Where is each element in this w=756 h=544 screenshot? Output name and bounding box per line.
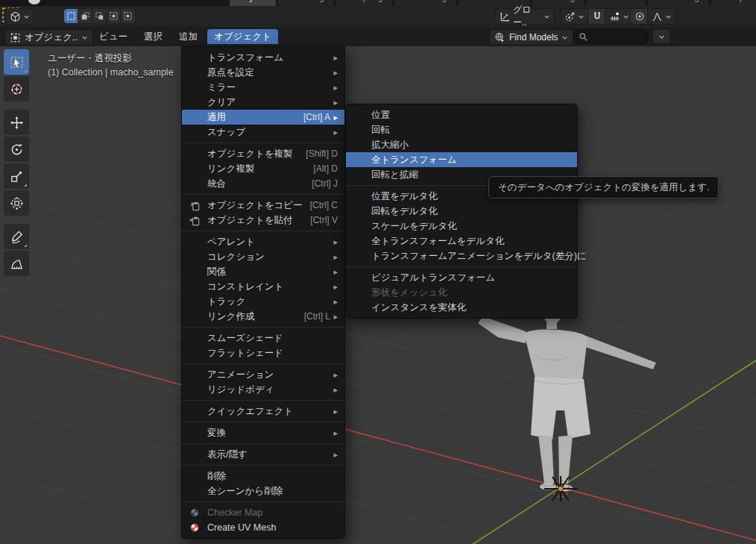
- menu-item[interactable]: 統合[Ctrl] J: [182, 176, 344, 191]
- workspace-tab[interactable]: Modeling: [278, 0, 334, 6]
- find-models-dropdown[interactable]: Find Models: [489, 29, 573, 46]
- menu-item[interactable]: リンク作成[Ctrl] L▸: [182, 309, 344, 324]
- tool-measure-button[interactable]: [4, 251, 29, 276]
- submenu-arrow-icon: ▸: [332, 53, 338, 63]
- menu-item[interactable]: ペアレント▸: [182, 234, 344, 249]
- workspace-tab[interactable]: Sculpting: [336, 0, 392, 6]
- select-mode-new-button[interactable]: [64, 9, 78, 23]
- blender-logo[interactable]: [28, 0, 40, 4]
- chevron-down-icon: [578, 13, 585, 20]
- search-expand-button[interactable]: [652, 29, 670, 44]
- tool-select-box-button[interactable]: [4, 49, 29, 75]
- mode-dropdown[interactable]: オブジェク..: [4, 29, 93, 46]
- menu-item[interactable]: コレクション▸: [182, 249, 344, 264]
- menu-item[interactable]: コンストレイント▸: [182, 279, 344, 294]
- menu-item[interactable]: アニメーション▸: [182, 367, 344, 382]
- menu-item[interactable]: スナップ▸: [182, 125, 344, 140]
- menu-item[interactable]: トラック▸: [182, 294, 344, 309]
- menu-item[interactable]: 変換▸: [182, 425, 344, 440]
- chevron-down-icon: [23, 13, 30, 20]
- menu-item-label: スナップ: [207, 126, 245, 139]
- menu-item[interactable]: トランスフォームアニメーションをデルタ(差分)に: [346, 248, 577, 263]
- menubar-menu[interactable]: 選択: [137, 29, 169, 44]
- menu-item[interactable]: トランスフォーム▸: [182, 50, 344, 65]
- menu-item[interactable]: 削除: [182, 469, 344, 484]
- menu-item[interactable]: 回転: [346, 122, 577, 137]
- menu-item[interactable]: リジッドボディ▸: [182, 382, 344, 397]
- menu-item[interactable]: クイックエフェクト▸: [182, 404, 344, 419]
- workspace-tab[interactable]: Compositing: [711, 0, 756, 6]
- menu-item-label: Create UV Mesh: [207, 522, 276, 533]
- menu-item[interactable]: 位置: [346, 107, 577, 122]
- workspace-tab[interactable]: Animation: [587, 0, 646, 6]
- workspace-tab[interactable]: Layout: [230, 0, 276, 6]
- proportional-falloff-dropdown[interactable]: [647, 8, 676, 25]
- menubar-menu[interactable]: オブジェクト: [207, 29, 278, 44]
- menu-item[interactable]: 表示/隠す▸: [182, 447, 344, 462]
- select-new-icon: [66, 11, 76, 21]
- submenu-arrow-icon: ▸: [332, 370, 338, 380]
- select-mode-intersect-button[interactable]: [121, 9, 135, 23]
- pivot-point-dropdown[interactable]: [560, 8, 589, 25]
- menu-item-label: コレクション: [207, 251, 265, 263]
- menu-item[interactable]: 全トランスフォーム: [346, 152, 577, 167]
- menu-item-label: オブジェクトを複製: [207, 148, 293, 160]
- select-mode-invert-button[interactable]: [107, 9, 121, 23]
- submenu-arrow-icon: ▸: [332, 312, 338, 322]
- menu-item[interactable]: スケールをデルタ化: [346, 219, 577, 234]
- menu-item[interactable]: クリア▸: [182, 95, 344, 110]
- menu-item-label: 回転: [371, 124, 390, 137]
- select-mode-subtract-button[interactable]: [92, 9, 107, 23]
- tool-cursor-button[interactable]: [4, 76, 29, 101]
- submenu-arrow-icon: ▸: [332, 113, 338, 122]
- menu-item-label: 全トランスフォーム: [371, 154, 457, 166]
- chevron-down-icon: [544, 13, 550, 20]
- menubar-menu[interactable]: ビュー: [92, 29, 134, 44]
- model-macho-sample[interactable]: [478, 304, 656, 492]
- menu-item[interactable]: 拡大縮小: [346, 137, 577, 152]
- menu-item-label: スムーズシェード: [207, 332, 283, 345]
- transform-orientation-dropdown[interactable]: グロー..: [495, 8, 555, 25]
- menu-item-label: トランスフォームアニメーションをデルタ(差分)に: [371, 250, 587, 263]
- menu-item[interactable]: スムーズシェード: [182, 331, 344, 346]
- editor-type-dropdown[interactable]: [5, 8, 34, 25]
- menu-item[interactable]: ミラー▸: [182, 80, 344, 95]
- tool-annotate-button[interactable]: [4, 224, 29, 249]
- menu-item[interactable]: Create UV Mesh: [182, 520, 344, 535]
- tool-rotate-button[interactable]: [4, 137, 29, 162]
- menu-item-label: 位置: [371, 109, 390, 122]
- menu-item[interactable]: フラットシェード: [182, 346, 344, 360]
- menu-item[interactable]: ビジュアルトランスフォーム: [346, 270, 577, 285]
- menu-separator: [182, 231, 344, 231]
- object-mode-icon: [10, 32, 21, 43]
- menu-item[interactable]: 全トランスフォームをデルタ化: [346, 234, 577, 248]
- menu-item-label: 位置をデルタ化: [371, 190, 438, 203]
- workspace-tab[interactable]: UV Editing: [394, 0, 456, 6]
- menu-item-label: オブジェクトを貼付: [207, 214, 293, 227]
- chevron-down-icon: [623, 13, 629, 20]
- menubar-menu[interactable]: 追加: [172, 29, 204, 44]
- workspace-tab[interactable]: Rendering: [648, 0, 708, 6]
- menu-item[interactable]: オブジェクトを貼付[Ctrl] V: [182, 213, 344, 228]
- menu-item[interactable]: 全シーンから削除: [182, 484, 344, 498]
- menu-item[interactable]: オブジェクトを複製[Shift] D: [182, 146, 344, 161]
- menu-item[interactable]: オブジェクトをコピー[Ctrl] C: [182, 198, 344, 213]
- transform-icon: [10, 196, 24, 210]
- menu-item-label: クイックエフェクト: [207, 405, 293, 418]
- submenu-arrow-icon: ▸: [332, 68, 338, 78]
- menu-item[interactable]: 適用[Ctrl] A▸: [182, 110, 344, 125]
- tool-transform-button[interactable]: [4, 190, 29, 216]
- menu-item[interactable]: 原点を設定▸: [182, 65, 344, 80]
- select-mode-extend-button[interactable]: [78, 9, 92, 23]
- menu-item[interactable]: 回転をデルタ化: [346, 204, 577, 219]
- search-input[interactable]: [591, 31, 646, 43]
- menu-item[interactable]: リンク複製[Alt] D: [182, 161, 344, 176]
- tool-scale-button[interactable]: [4, 163, 29, 189]
- menu-item[interactable]: 関係▸: [182, 264, 344, 279]
- menu-item[interactable]: インスタンスを実体化: [346, 300, 577, 315]
- tool-move-button[interactable]: [4, 110, 29, 135]
- menu-item-label: 形状をメッシュ化: [371, 287, 447, 299]
- checker-map-icon: [189, 507, 201, 518]
- menubar-menus: ビュー選択追加オブジェクト: [92, 29, 278, 44]
- menu-item-label: リジッドボディ: [207, 384, 274, 396]
